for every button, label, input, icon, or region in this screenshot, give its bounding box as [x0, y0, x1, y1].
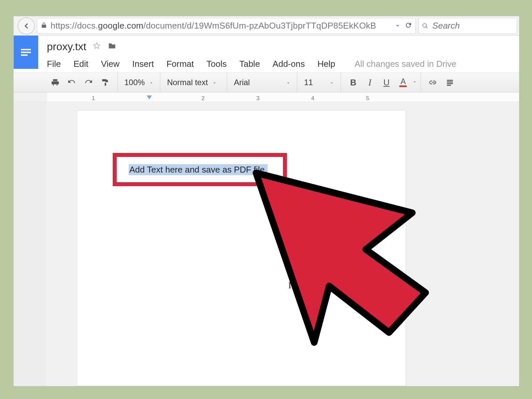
ruler-mark: 3 [256, 95, 259, 102]
url-dropdown[interactable] [395, 23, 405, 29]
paint-format-button[interactable] [99, 77, 111, 88]
docs-logo-icon [19, 46, 33, 59]
text-caret-icon: I [288, 280, 291, 291]
print-icon [51, 78, 60, 87]
search-input[interactable] [432, 20, 513, 31]
star-button[interactable] [92, 42, 107, 52]
font-family-select[interactable]: Arial [231, 78, 293, 87]
chevron-down-icon [330, 81, 334, 85]
ruler-mark: 2 [201, 95, 204, 102]
lock-icon [41, 22, 51, 30]
docs-home-button[interactable] [14, 36, 38, 69]
chevron-down-icon [395, 23, 401, 29]
star-icon [92, 42, 101, 50]
menu-view[interactable]: View [101, 59, 120, 69]
font-family-value: Arial [234, 78, 250, 87]
menu-insert[interactable]: Insert [132, 59, 154, 69]
docs-header: proxy.txt File Edit View Insert Form [14, 36, 519, 73]
arrow-left-icon [22, 22, 30, 30]
formatting-toolbar: 100% Normal text Arial 11 [14, 73, 519, 92]
search-icon [422, 22, 428, 30]
paragraph-style-select[interactable]: Normal text [164, 78, 223, 87]
menu-file[interactable]: File [47, 59, 61, 69]
align-button[interactable] [444, 77, 456, 88]
text-color-letter: A [400, 78, 406, 85]
font-size-value: 11 [304, 78, 313, 87]
chevron-down-icon [212, 81, 216, 85]
link-icon [429, 78, 438, 87]
chevron-down-icon [149, 81, 153, 85]
menu-bar: File Edit View Insert Format Tools Table… [47, 56, 519, 71]
chevron-down-icon [286, 81, 290, 85]
font-size-select[interactable]: 11 [301, 78, 336, 87]
paragraph-style-value: Normal text [167, 78, 208, 87]
document-title[interactable]: proxy.txt [47, 41, 86, 53]
ruler-mark: 1 [92, 95, 95, 102]
svg-rect-5 [447, 83, 453, 84]
reload-icon [405, 22, 412, 29]
menu-table[interactable]: Table [239, 59, 260, 69]
bold-button[interactable]: B [347, 77, 359, 88]
url-text: https://docs.google.com/document/d/19WmS… [51, 21, 376, 31]
svg-rect-4 [447, 81, 453, 82]
zoom-value: 100% [124, 78, 145, 87]
align-justify-icon [446, 78, 454, 86]
chevron-down-icon [413, 80, 417, 84]
menu-addons[interactable]: Add-ons [273, 59, 305, 69]
back-button[interactable] [18, 17, 35, 35]
menu-format[interactable]: Format [167, 59, 194, 69]
first-line-indent-icon[interactable] [147, 95, 152, 100]
menu-edit[interactable]: Edit [73, 59, 88, 69]
svg-rect-2 [21, 55, 28, 56]
browser-search-field[interactable] [418, 18, 517, 34]
document-surface: Add Text here and save as PDF file. I [14, 102, 519, 386]
text-color-button[interactable]: A [397, 77, 409, 88]
undo-icon [67, 78, 76, 87]
zoom-select[interactable]: 100% [122, 78, 156, 87]
browser-addressbar-row: https://docs.google.com/document/d/19WmS… [14, 16, 519, 36]
menu-tools[interactable]: Tools [206, 59, 227, 69]
browser-window: https://docs.google.com/document/d/19WmS… [13, 16, 519, 386]
selected-document-text[interactable]: Add Text here and save as PDF file. [129, 164, 268, 175]
folder-icon [107, 42, 117, 50]
ruler-mark: 4 [311, 95, 314, 102]
insert-link-button[interactable] [428, 77, 439, 88]
paint-roller-icon [101, 78, 109, 87]
svg-rect-1 [21, 52, 31, 53]
horizontal-ruler[interactable]: 1 2 3 4 5 [47, 92, 519, 102]
ruler-row: 1 2 3 4 5 [14, 92, 519, 102]
svg-rect-0 [21, 49, 31, 50]
menu-help[interactable]: Help [318, 59, 335, 69]
redo-icon [84, 78, 93, 87]
save-status: All changes saved in Drive [354, 59, 456, 69]
document-page[interactable]: Add Text here and save as PDF file. I [77, 110, 406, 386]
underline-button[interactable]: U [381, 77, 392, 88]
undo-button[interactable] [66, 77, 77, 88]
move-to-folder-button[interactable] [107, 42, 117, 52]
reload-button[interactable] [405, 22, 412, 30]
svg-rect-6 [447, 85, 451, 86]
text-color-swatch [399, 85, 407, 87]
annotation-highlight-box: Add Text here and save as PDF file. [113, 153, 287, 186]
url-field[interactable]: https://docs.google.com/document/d/19WmS… [37, 18, 416, 34]
redo-button[interactable] [83, 77, 94, 88]
print-button[interactable] [50, 77, 61, 88]
svg-rect-3 [447, 80, 453, 81]
ruler-mark: 5 [366, 95, 369, 102]
italic-button[interactable]: I [364, 77, 375, 88]
